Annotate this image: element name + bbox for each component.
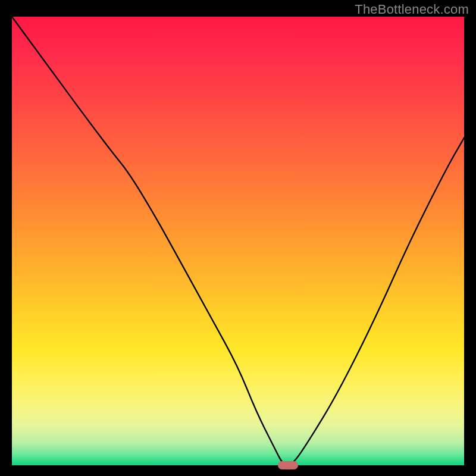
watermark-text: TheBottleneck.com bbox=[355, 2, 469, 17]
optimum-marker bbox=[278, 461, 298, 469]
curve-svg bbox=[12, 17, 464, 465]
plot-area bbox=[12, 17, 464, 465]
chart-container: TheBottleneck.com bbox=[0, 0, 476, 476]
bottleneck-curve bbox=[12, 17, 464, 465]
